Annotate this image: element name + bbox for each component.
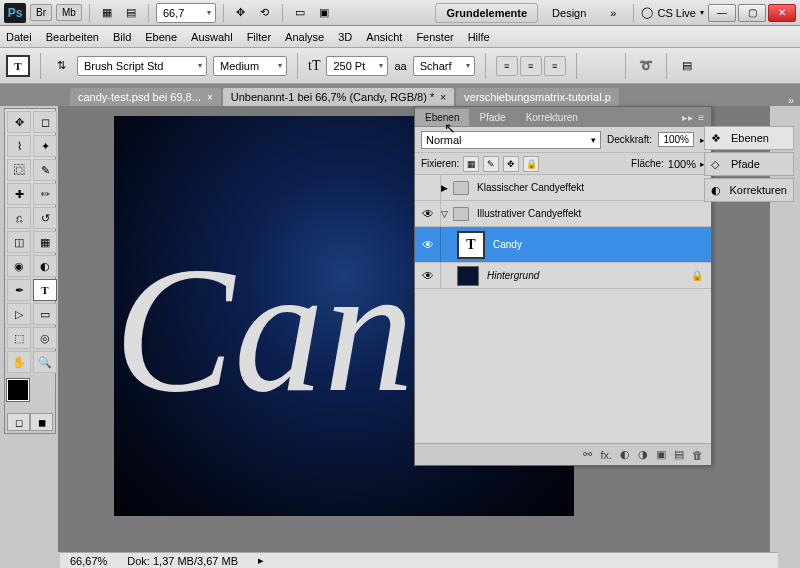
lasso-tool[interactable]: ⌇ xyxy=(7,135,31,157)
menu-ebene[interactable]: Ebene xyxy=(145,31,177,43)
pen-tool[interactable]: ✒ xyxy=(7,279,31,301)
new-layer-icon[interactable]: ▤ xyxy=(674,448,684,461)
document-tab[interactable]: candy-test.psd bei 69,8...× xyxy=(70,88,221,106)
font-family-select[interactable]: Brush Script Std xyxy=(77,56,207,76)
panel-collapse-icon[interactable]: ▸▸ ≡ xyxy=(676,112,711,123)
menu-filter[interactable]: Filter xyxy=(247,31,271,43)
wand-tool[interactable]: ✦ xyxy=(33,135,57,157)
crop-tool[interactable]: ⿴ xyxy=(7,159,31,181)
3d-cam-tool[interactable]: ◎ xyxy=(33,327,57,349)
menu-datei[interactable]: Datei xyxy=(6,31,32,43)
text-orientation-icon[interactable]: ⇅ xyxy=(51,57,71,75)
tab-pfade[interactable]: Pfade xyxy=(469,109,515,126)
quickmask-button[interactable]: ◼ xyxy=(30,413,53,431)
document-tab[interactable]: verschiebungsmatrix-tutorial.p xyxy=(456,88,619,106)
menu-bearbeiten[interactable]: Bearbeiten xyxy=(46,31,99,43)
adjustment-layer-icon[interactable]: ◑ xyxy=(638,448,648,461)
layer-item[interactable]: 👁 Hintergrund 🔒 xyxy=(415,263,711,289)
move-tool[interactable]: ✥ xyxy=(7,111,31,133)
workspace-design[interactable]: Design xyxy=(542,4,596,22)
shape-tool[interactable]: ▭ xyxy=(33,303,57,325)
document-tab[interactable]: Unbenannt-1 bei 66,7% (Candy, RGB/8) *× xyxy=(223,88,454,106)
panel-button-korrekturen[interactable]: ◐Korrekturen xyxy=(704,178,794,202)
visibility-toggle[interactable]: 👁 xyxy=(415,263,441,288)
font-weight-select[interactable]: Medium xyxy=(213,56,287,76)
layer-fx-icon[interactable]: fx. xyxy=(600,449,612,461)
close-icon[interactable]: × xyxy=(207,92,213,103)
delete-layer-icon[interactable]: 🗑 xyxy=(692,449,703,461)
rotate-icon[interactable]: ⟲ xyxy=(255,4,275,22)
close-button[interactable]: ✕ xyxy=(768,4,796,22)
workspace-more[interactable]: » xyxy=(600,4,626,22)
path-select-tool[interactable]: ▷ xyxy=(7,303,31,325)
menu-analyse[interactable]: Analyse xyxy=(285,31,324,43)
close-icon[interactable]: × xyxy=(440,92,446,103)
warp-text-icon[interactable]: ➰ xyxy=(636,57,656,75)
minibridge-button[interactable]: Mb xyxy=(56,4,82,21)
panel-button-pfade[interactable]: ◇Pfade xyxy=(704,152,794,176)
layer-mask-icon[interactable]: ◐ xyxy=(620,448,630,461)
minimize-button[interactable]: — xyxy=(708,4,736,22)
new-group-icon[interactable]: ▣ xyxy=(656,448,666,461)
menu-hilfe[interactable]: Hilfe xyxy=(468,31,490,43)
menu-auswahl[interactable]: Auswahl xyxy=(191,31,233,43)
menu-fenster[interactable]: Fenster xyxy=(416,31,453,43)
screen-mode-icon[interactable]: ▣ xyxy=(314,4,334,22)
gradient-tool[interactable]: ▦ xyxy=(33,231,57,253)
visibility-toggle[interactable]: 👁 xyxy=(415,227,441,262)
type-tool[interactable]: T xyxy=(33,279,57,301)
align-center-button[interactable]: ≡ xyxy=(520,56,542,76)
disclosure-icon[interactable]: ▽ xyxy=(441,209,453,219)
fill-input[interactable]: 100% xyxy=(668,158,696,170)
view-extras-icon[interactable]: ▦ xyxy=(97,4,117,22)
lock-paint-icon[interactable]: ✎ xyxy=(483,156,499,172)
3d-tool[interactable]: ⬚ xyxy=(7,327,31,349)
status-doc[interactable]: Dok: 1,37 MB/3,67 MB xyxy=(127,555,238,567)
font-size-select[interactable]: 250 Pt xyxy=(326,56,388,76)
foreground-color-swatch[interactable] xyxy=(7,379,29,401)
character-panel-icon[interactable]: ▤ xyxy=(677,57,697,75)
panel-button-ebenen[interactable]: ❖Ebenen xyxy=(704,126,794,150)
blend-mode-select[interactable]: Normal xyxy=(421,131,601,149)
tab-korrekturen[interactable]: Korrekturen xyxy=(516,109,588,126)
stamp-tool[interactable]: ⎌ xyxy=(7,207,31,229)
link-layers-icon[interactable]: ⚯ xyxy=(583,448,592,461)
eyedropper-tool[interactable]: ✎ xyxy=(33,159,57,181)
status-zoom[interactable]: 66,67% xyxy=(70,555,107,567)
hand-tool[interactable]: ✋ xyxy=(7,351,31,373)
menu-ansicht[interactable]: Ansicht xyxy=(366,31,402,43)
dodge-tool[interactable]: ◐ xyxy=(33,255,57,277)
visibility-toggle[interactable]: 👁 xyxy=(415,201,441,226)
align-left-button[interactable]: ≡ xyxy=(496,56,518,76)
marquee-tool[interactable]: ◻ xyxy=(33,111,57,133)
zoom-select[interactable]: 66,7 xyxy=(156,3,216,23)
view-grid-icon[interactable]: ▤ xyxy=(121,4,141,22)
disclosure-icon[interactable]: ▶ xyxy=(441,183,453,193)
lock-transparency-icon[interactable]: ▦ xyxy=(463,156,479,172)
menu-3d[interactable]: 3D xyxy=(338,31,352,43)
align-right-button[interactable]: ≡ xyxy=(544,56,566,76)
blur-tool[interactable]: ◉ xyxy=(7,255,31,277)
cslive-button[interactable]: ◯ CS Live ▾ xyxy=(641,6,704,19)
workspace-grundelemente[interactable]: Grundelemente xyxy=(435,3,538,23)
maximize-button[interactable]: ▢ xyxy=(738,4,766,22)
color-swatches[interactable] xyxy=(7,379,47,409)
arrange-icon[interactable]: ▭ xyxy=(290,4,310,22)
hand-icon[interactable]: ✥ xyxy=(231,4,251,22)
brush-tool[interactable]: ✏ xyxy=(33,183,57,205)
bridge-button[interactable]: Br xyxy=(30,4,52,21)
zoom-tool[interactable]: 🔍 xyxy=(33,351,57,373)
eraser-tool[interactable]: ◫ xyxy=(7,231,31,253)
menu-bild[interactable]: Bild xyxy=(113,31,131,43)
antialias-select[interactable]: Scharf xyxy=(413,56,475,76)
layer-group[interactable]: 👁 ▽ Illustrativer Candyeffekt xyxy=(415,201,711,227)
layer-item[interactable]: 👁 T Candy xyxy=(415,227,711,263)
visibility-toggle[interactable] xyxy=(415,175,441,200)
history-brush-tool[interactable]: ↺ xyxy=(33,207,57,229)
tab-overflow-icon[interactable]: » xyxy=(782,94,800,106)
layer-group[interactable]: ▶ Klassischer Candyeffekt xyxy=(415,175,711,201)
lock-all-icon[interactable]: 🔒 xyxy=(523,156,539,172)
opacity-input[interactable]: 100% xyxy=(658,132,694,147)
tab-ebenen[interactable]: Ebenen xyxy=(415,109,469,126)
lock-position-icon[interactable]: ✥ xyxy=(503,156,519,172)
